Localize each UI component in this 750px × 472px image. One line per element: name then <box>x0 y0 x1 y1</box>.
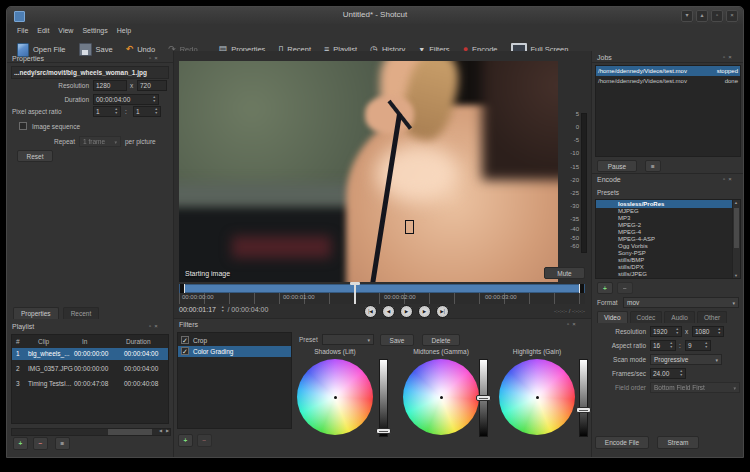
properties-panel-dock-icons[interactable]: ▫× <box>149 55 161 61</box>
menu-help[interactable]: Help <box>117 27 131 34</box>
preset-remove-button[interactable]: − <box>617 282 633 294</box>
tab-other[interactable]: Other <box>697 311 727 323</box>
preset-combo[interactable]: ▾ <box>322 334 374 345</box>
splitter-jobs-encode[interactable] <box>591 173 744 174</box>
menu-file[interactable]: File <box>17 27 28 34</box>
title-bar[interactable]: Untitled* - Shotcut ▾ ▴ ▫ × <box>7 7 743 24</box>
fps-field[interactable]: 24.00▲▼ <box>650 368 686 379</box>
col-duration[interactable]: Duration <box>126 337 151 347</box>
stream-button[interactable]: Stream <box>657 436 699 449</box>
menu-edit[interactable]: Edit <box>37 27 49 34</box>
mute-button[interactable]: Mute <box>544 267 585 279</box>
video-preview[interactable]: Starting image <box>179 61 558 282</box>
preset-delete-button[interactable]: Delete <box>422 334 460 346</box>
spinner[interactable]: ▲▼ <box>668 342 673 349</box>
highlights-level-slider[interactable] <box>579 359 588 437</box>
highlights-slider-handle[interactable] <box>576 407 591 413</box>
playlist-row-2[interactable]: 2 IMG_0357.JPG 00:00:00:00 00:00:04:00 <box>12 363 168 375</box>
encode-aspect-den-field[interactable]: 9▲▼ <box>685 340 711 351</box>
position-spinner[interactable]: ▲▼ <box>219 306 224 313</box>
splitter-player-filters[interactable] <box>173 318 592 319</box>
encode-res-height-field[interactable]: 1080▲▼ <box>692 326 724 337</box>
scrollbar-thumb[interactable] <box>734 208 739 248</box>
tab-video[interactable]: Video <box>597 311 628 323</box>
field-order-combo[interactable]: Bottom Field First▾ <box>650 382 740 393</box>
tab-audio[interactable]: Audio <box>664 311 695 323</box>
spinner[interactable]: ▲▼ <box>674 328 679 335</box>
scroll-left-icon[interactable]: ◀ <box>159 428 162 433</box>
col-clip[interactable]: Clip <box>38 337 49 347</box>
reset-button[interactable]: Reset <box>17 150 53 162</box>
par-num-spinner[interactable]: ▲▼ <box>113 108 118 115</box>
undo-button[interactable]: ↶ Undo <box>126 45 155 54</box>
scroll-right-icon[interactable]: ▶ <box>166 428 169 433</box>
fast-forward-button[interactable]: ▶ <box>418 305 431 318</box>
resolution-height-field[interactable]: 720 <box>137 80 167 91</box>
window-minimize-button[interactable]: ▴ <box>696 10 708 22</box>
tab-properties[interactable]: Properties <box>13 307 59 319</box>
save-button[interactable]: Save <box>79 43 113 56</box>
midtones-slider-handle[interactable] <box>476 395 491 401</box>
repeat-combo[interactable]: 1 frame▾ <box>79 136 121 147</box>
playlist-row-3[interactable]: 3 Timing TestsI... 00:00:47:08 00:00:40:… <box>12 378 168 390</box>
jobs-menu-button[interactable]: ≡ <box>645 160 661 172</box>
window-close-button[interactable]: × <box>726 10 738 22</box>
window-shade-button[interactable]: ▾ <box>681 10 693 22</box>
filter-add-button[interactable]: + <box>178 434 193 447</box>
job-row-1[interactable]: /home/ddennedy/Videos/test.mov stopped <box>596 66 740 76</box>
tab-codec[interactable]: Codec <box>630 311 663 323</box>
col-in[interactable]: In <box>82 337 87 347</box>
format-combo[interactable]: mov▾ <box>623 297 739 308</box>
duration-field[interactable]: 00:00:04:00▲▼ <box>93 94 159 105</box>
encode-aspect-num-field[interactable]: 16▲▼ <box>650 340 676 351</box>
col-num[interactable]: # <box>16 337 20 347</box>
scroll-up-icon[interactable]: ▲ <box>734 200 738 205</box>
playhead[interactable] <box>354 283 356 304</box>
position-timecode[interactable]: 00:00:01:17 <box>179 306 216 313</box>
par-denominator-field[interactable]: 1▲▼ <box>133 106 161 117</box>
trim-out-handle[interactable] <box>579 284 584 293</box>
position-readout[interactable]: 00:00:01:17 ▲▼ / 00:00:04:00 <box>179 306 268 313</box>
time-ruler[interactable]: 00:00:00:00 00:00:01:00 00:00:02:00 00:0… <box>179 293 585 304</box>
crop-checkbox[interactable]: ✓ <box>181 336 189 344</box>
filter-item-color-grading[interactable]: ✓ Color Grading <box>178 346 291 357</box>
spinner[interactable]: ▲▼ <box>678 370 683 377</box>
job-row-2[interactable]: /home/ddennedy/Videos/test.mov done <box>596 76 740 86</box>
playhead-cap[interactable] <box>350 282 360 285</box>
close-icon[interactable]: × <box>572 321 579 327</box>
preset-add-button[interactable]: + <box>597 282 613 294</box>
spinner[interactable]: ▲▼ <box>716 328 721 335</box>
splitter-right[interactable] <box>591 51 592 458</box>
rewind-button[interactable]: ◀ <box>382 305 395 318</box>
preset-save-button[interactable]: Save <box>380 334 414 346</box>
close-icon[interactable]: × <box>154 55 161 61</box>
presets-scrollbar[interactable]: ▲ ▼ <box>732 200 740 278</box>
preset-item[interactable]: stills/JPEG <box>596 271 740 278</box>
duration-spinner[interactable]: ▲▼ <box>151 96 156 103</box>
jobs-panel-dock-icons[interactable]: ▫× <box>723 54 735 60</box>
image-sequence-checkbox[interactable] <box>19 122 27 130</box>
window-maximize-button[interactable]: ▫ <box>711 10 723 22</box>
filter-item-crop[interactable]: ✓ Crop <box>178 335 291 346</box>
playlist-menu-button[interactable]: ≡ <box>55 437 70 450</box>
tab-recent[interactable]: Recent <box>63 307 100 319</box>
close-icon[interactable]: × <box>728 54 735 60</box>
close-icon[interactable]: × <box>728 176 735 182</box>
shadows-slider-handle[interactable] <box>376 428 391 434</box>
par-numerator-field[interactable]: 1▲▼ <box>93 106 121 117</box>
playlist-hscrollbar[interactable]: ◀ ▶ <box>11 428 171 436</box>
highlights-color-wheel[interactable] <box>499 359 575 435</box>
shadows-level-slider[interactable] <box>379 359 388 437</box>
skip-to-start-button[interactable]: |◀ <box>364 305 377 318</box>
playlist-panel-dock-icons[interactable]: ▫× <box>149 323 161 329</box>
playlist-add-button[interactable]: + <box>13 437 28 450</box>
scroll-down-icon[interactable]: ▼ <box>734 273 738 278</box>
scrollbar-thumb[interactable] <box>108 429 152 435</box>
menu-view[interactable]: View <box>58 27 73 34</box>
scrub-bar[interactable] <box>179 284 585 293</box>
color-grading-checkbox[interactable]: ✓ <box>181 347 189 355</box>
encode-panel-dock-icons[interactable]: ▫× <box>723 176 735 182</box>
par-den-spinner[interactable]: ▲▼ <box>153 108 158 115</box>
encode-file-button[interactable]: Encode File <box>595 436 649 449</box>
midtones-color-wheel[interactable] <box>403 359 479 435</box>
